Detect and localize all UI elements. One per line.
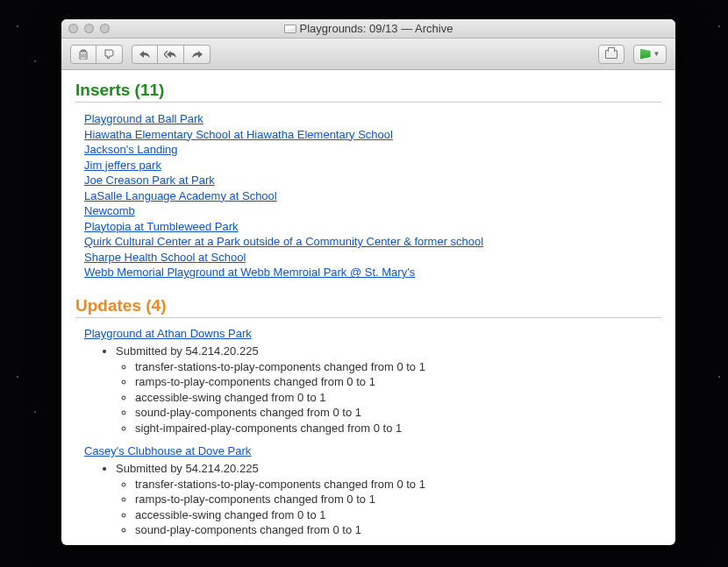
- junk-button[interactable]: [96, 45, 123, 64]
- close-window-button[interactable]: [68, 24, 78, 33]
- change-item: transfer-stations-to-play-components cha…: [135, 477, 661, 493]
- flag-icon: [640, 49, 651, 60]
- update-link[interactable]: Casey's Clubhouse at Dove Park: [84, 444, 251, 457]
- submitted-by: Submitted by 54.214.20.225: [116, 344, 661, 359]
- change-item: ramps-to-play-components changed from 0 …: [135, 492, 661, 507]
- window-controls: [61, 24, 110, 33]
- zoom-window-button[interactable]: [100, 24, 110, 33]
- update-item: Playground at Athan Downs Park Submitted…: [75, 327, 661, 436]
- insert-link[interactable]: Jackson's Landing: [84, 143, 178, 156]
- reply-all-arrow-icon: [164, 50, 178, 59]
- reply-button[interactable]: [132, 45, 158, 64]
- changes-list: transfer-stations-to-play-components cha…: [116, 477, 661, 538]
- change-item: accessible-swing changed from 0 to 1: [135, 390, 661, 406]
- flag-group: ▼: [633, 45, 667, 64]
- insert-link[interactable]: Playtopia at Tumbleweed Park: [84, 220, 239, 233]
- insert-link[interactable]: Hiawatha Elementary School at Hiawatha E…: [84, 128, 393, 141]
- insert-link[interactable]: Quirk Cultural Center at a Park outside …: [84, 235, 483, 248]
- updates-heading: Updates (4): [75, 296, 661, 318]
- forward-button[interactable]: [184, 45, 211, 64]
- change-item: sound-play-components changed from 0 to …: [135, 405, 661, 421]
- chevron-down-icon: ▼: [653, 50, 660, 58]
- nav-group: [132, 45, 211, 64]
- printer-icon: [605, 50, 617, 59]
- thumbs-down-icon: [103, 49, 116, 60]
- delete-button[interactable]: [70, 45, 96, 64]
- print-group: [598, 45, 625, 64]
- trash-icon: [78, 49, 89, 60]
- toolbar: ▼: [61, 39, 675, 70]
- inserts-list: Playground at Ball Park Hiawatha Element…: [75, 111, 661, 280]
- insert-link[interactable]: Newcomb: [84, 204, 135, 217]
- message-body[interactable]: Inserts (11) Playground at Ball Park Hia…: [61, 70, 675, 545]
- update-link[interactable]: Playground at Athan Downs Park: [84, 327, 252, 340]
- update-item: Casey's Clubhouse at Dove Park Submitted…: [75, 444, 661, 538]
- insert-link[interactable]: Sharpe Health School at School: [84, 251, 246, 264]
- change-item: sight-impaired-play-components changed f…: [135, 421, 661, 436]
- insert-link[interactable]: LaSalle Language Academy at School: [84, 189, 277, 202]
- inserts-heading: Inserts (11): [75, 81, 661, 103]
- mail-window: Playgrounds: 09/13 — Archive: [61, 19, 675, 545]
- insert-link[interactable]: Playground at Ball Park: [84, 112, 203, 125]
- update-meta-list: Submitted by 54.214.20.225 transfer-stat…: [84, 461, 661, 538]
- delete-group: [70, 45, 123, 64]
- insert-link[interactable]: Webb Memorial Playground at Webb Memroia…: [84, 266, 415, 279]
- change-item: sound-play-components changed from 0 to …: [135, 522, 661, 538]
- submitted-by: Submitted by 54.214.20.225: [116, 461, 661, 477]
- change-item: transfer-stations-to-play-components cha…: [135, 359, 661, 375]
- changes-list: transfer-stations-to-play-components cha…: [116, 359, 661, 436]
- window-title-text: Playgrounds: 09/13 — Archive: [300, 22, 453, 35]
- insert-link[interactable]: Joe Creason Park at Park: [84, 174, 215, 187]
- flag-button[interactable]: ▼: [633, 45, 667, 64]
- reply-all-button[interactable]: [158, 45, 184, 64]
- change-item: ramps-to-play-components changed from 0 …: [135, 374, 661, 390]
- window-title: Playgrounds: 09/13 — Archive: [61, 22, 675, 35]
- insert-link[interactable]: Jim jeffers park: [84, 159, 161, 172]
- titlebar[interactable]: Playgrounds: 09/13 — Archive: [61, 19, 675, 39]
- reply-arrow-icon: [139, 50, 151, 59]
- change-item: accessible-swing changed from 0 to 1: [135, 507, 661, 523]
- print-button[interactable]: [598, 45, 625, 64]
- envelope-icon: [284, 25, 296, 33]
- minimize-window-button[interactable]: [84, 24, 94, 33]
- update-meta-list: Submitted by 54.214.20.225 transfer-stat…: [84, 344, 661, 436]
- forward-arrow-icon: [191, 50, 203, 59]
